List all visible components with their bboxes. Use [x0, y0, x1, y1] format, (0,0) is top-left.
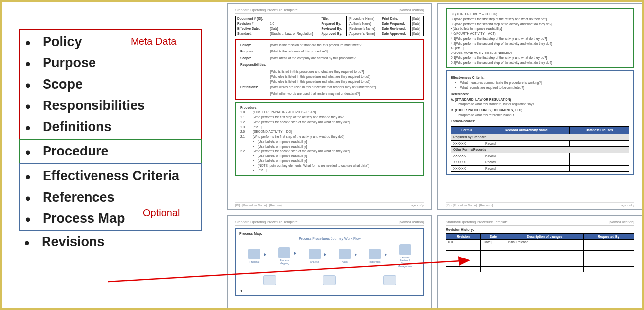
procedure-section-p2: 3.0(THIRD ACTIVITY – CHECK)3.1[Who perfo…: [446, 8, 634, 68]
procedure-section-p1: Procedure:1.0(FIRST PREPARATORY ACTIVITY…: [235, 102, 424, 177]
doc-header-left: Standard Operating Procedure Template: [235, 220, 298, 224]
sections-list: Policy Purpose Scope Responsibilities De…: [19, 29, 202, 253]
optional-section-p2: Effectiveness Criteria:[What measures co…: [446, 70, 634, 175]
section-scope: Scope: [20, 74, 201, 95]
process-map-title: Process Map:: [239, 232, 420, 235]
doc-footer-left: [ID] · [Procedure Name] · [Rev num]: [446, 204, 493, 207]
doc-page-3: Standard Operating Procedure Template [N…: [227, 215, 432, 309]
section-effectiveness: Effectiveness Criteria: [20, 165, 201, 187]
document-pages: Standard Operating Procedure Template [N…: [227, 3, 643, 309]
doc-header-left: Standard Operating Procedure Template: [446, 220, 508, 224]
doc-header-right: [Name/Location]: [609, 220, 634, 224]
revision-history-title: Revision History:: [446, 228, 634, 231]
doc-footer-left: [ID] · [Procedure Name] · [Rev num]: [235, 204, 282, 207]
pm-sub-icon: [383, 275, 396, 285]
pm-page-number: 1: [240, 289, 242, 293]
meta-data-section: Policy:[What is the mission or standard …: [235, 39, 424, 100]
section-purpose: Purpose: [20, 52, 201, 74]
optional-box: Effectiveness Criteria References Proces…: [19, 163, 202, 231]
pm-node: Process Review & Change Management: [396, 244, 414, 268]
pm-node: Audit: [336, 249, 353, 263]
doc-footer-right: page x of y: [620, 204, 634, 207]
pm-node: Analysis: [306, 249, 323, 263]
revision-history-table: RevisionDateDescription of changesReques…: [446, 233, 634, 272]
pm-node: Process Mapping: [276, 247, 293, 265]
pm-node: Proposal: [246, 249, 263, 263]
section-procedure: Procedure: [20, 141, 201, 162]
doc-header-right: [Name/Location]: [399, 220, 424, 224]
process-map-flow: ProposalProcess MappingAnalysisAuditImpl…: [239, 244, 420, 268]
section-definitions: Definitions: [20, 116, 201, 138]
pm-sub-icon: [323, 275, 336, 285]
meta-table: Document # (ID):Title:[Procedure Name]Pr…: [235, 16, 424, 36]
doc-page-4: Standard Operating Procedure Template [N…: [437, 215, 643, 309]
doc-footer-right: page x of y: [410, 204, 424, 207]
process-map-sub-icons: [239, 275, 420, 285]
meta-data-label: Meta Data: [131, 36, 176, 47]
doc-header-right: [Name/Location]: [399, 8, 424, 12]
process-map-box: Process Map: Process Procedures Journey …: [235, 228, 424, 296]
procedure-box: Procedure: [19, 139, 202, 164]
doc-page-1: Standard Operating Procedure Template [N…: [227, 3, 432, 210]
doc-page-2: 3.0(THIRD ACTIVITY – CHECK)3.1[Who perfo…: [437, 3, 643, 210]
section-responsibilities: Responsibilities: [20, 95, 201, 116]
process-map-subtitle: Process Procedures Journey Work Flow: [239, 237, 420, 240]
section-references: References: [20, 187, 201, 208]
section-revisions: Revisions: [19, 231, 202, 253]
optional-label: Optional: [143, 207, 180, 219]
doc-header-left: Standard Operating Procedure Template: [235, 8, 298, 12]
pm-sub-icon: [263, 275, 276, 285]
pm-node: Implement: [366, 249, 383, 263]
